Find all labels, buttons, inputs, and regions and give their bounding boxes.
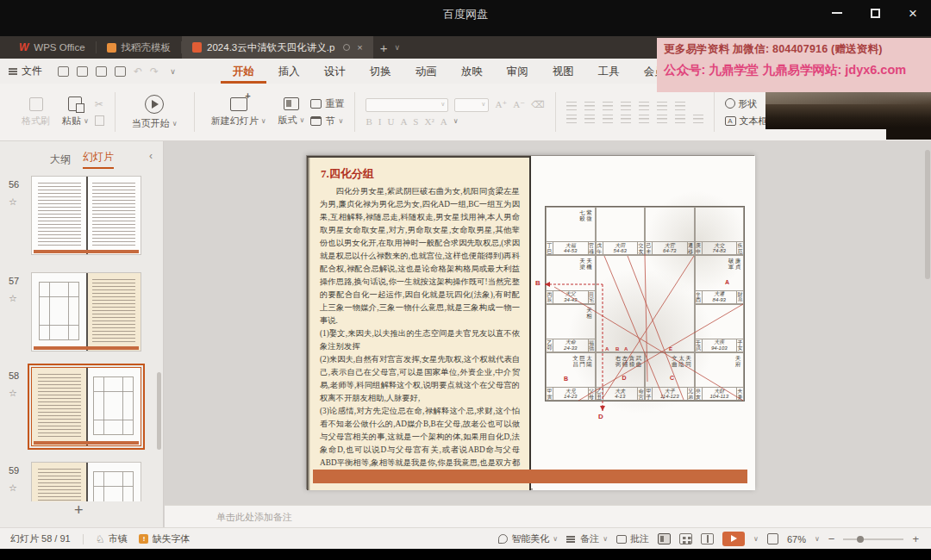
zoom-chevron-icon[interactable]: ∨ <box>815 535 820 543</box>
palace-cell-xu: 壬戌大疾94-103子女 <box>695 304 745 352</box>
menu-tools[interactable]: 工具 <box>586 59 632 84</box>
decrease-font-button[interactable]: A⁻ <box>513 99 525 110</box>
notes-button[interactable]: 备注∨ <box>566 532 608 545</box>
missing-font-warning[interactable]: ! 缺失字体 <box>139 532 190 545</box>
cut-icon[interactable]: ✂ <box>95 98 104 110</box>
reset-button[interactable]: 重置 <box>310 97 344 110</box>
slide-thumbnail-59[interactable] <box>31 462 141 501</box>
menu-view[interactable]: 视图 <box>540 59 586 84</box>
char-spacing-button[interactable]: A <box>400 116 407 127</box>
notes-bar[interactable]: 单击此处添加备注 <box>165 505 931 527</box>
collapse-panel-icon[interactable]: ‹ <box>149 150 153 162</box>
theme-indicator[interactable]: ♘ 市镇 <box>96 532 128 545</box>
format-painter-button[interactable]: 格式刷 <box>16 97 56 128</box>
bold-button[interactable]: B <box>366 116 372 127</box>
print-preview-icon[interactable] <box>115 66 126 77</box>
zoom-out-button[interactable]: − <box>828 532 835 545</box>
minimize-button[interactable] <box>829 5 845 21</box>
line-spacing-icon[interactable] <box>657 102 667 110</box>
justify-icon[interactable] <box>621 115 631 123</box>
menu-design[interactable]: 设计 <box>312 59 358 84</box>
menu-insert[interactable]: 插入 <box>266 59 312 84</box>
export-icon[interactable] <box>77 66 88 77</box>
tab-docer[interactable]: 找稻壳模板 <box>97 36 182 59</box>
align-center-icon[interactable] <box>584 115 595 123</box>
normal-view-button[interactable] <box>658 533 671 544</box>
font-size-combobox[interactable] <box>454 98 489 112</box>
superscript-button[interactable]: X² <box>424 116 434 127</box>
fit-slide-icon[interactable] <box>767 533 778 544</box>
menu-slideshow[interactable]: 放映 <box>449 59 495 84</box>
tab-wps-home[interactable]: W WPS Office <box>9 36 96 59</box>
paragraph-layout-icon[interactable] <box>693 115 703 123</box>
slide-thumbnail-58-selected[interactable] <box>31 367 141 446</box>
tab-close-icon[interactable]: × <box>357 42 362 53</box>
tab-list-chevron-icon[interactable]: ∨ <box>395 36 406 59</box>
distribute-icon[interactable] <box>639 115 649 123</box>
menu-transition[interactable]: 切换 <box>358 59 403 84</box>
add-slide-button[interactable]: + <box>74 501 84 520</box>
print-icon[interactable] <box>96 66 107 77</box>
smart-beautify-button[interactable]: 智能美化∨ <box>498 532 558 545</box>
columns-icon[interactable] <box>675 102 685 110</box>
decrease-indent-icon[interactable] <box>603 102 613 110</box>
sidebar-scrollbar[interactable] <box>157 372 161 450</box>
strikethrough-button[interactable]: S <box>413 116 418 127</box>
new-slide-button[interactable]: 新建幻灯片∨ <box>205 97 272 128</box>
favorite-star-icon[interactable]: ☆ <box>9 293 31 304</box>
slide-58-content[interactable]: 7.四化分组 四化分男女星,紫武阴巨破右曲为女,机阳同贪梁左星为男,廉贞化禄为男… <box>306 155 754 489</box>
zoom-slider[interactable] <box>843 538 903 540</box>
slide-thumbnail-57[interactable] <box>31 272 141 352</box>
section-button[interactable]: 节∨ <box>310 115 344 128</box>
play-from-current-button[interactable]: 当页开始∨ <box>126 95 184 130</box>
new-tab-button[interactable]: + <box>373 36 395 59</box>
menu-animation[interactable]: 动画 <box>403 59 449 84</box>
sihua-letter-A: A <box>725 279 729 285</box>
increase-font-button[interactable]: A⁺ <box>495 99 507 110</box>
text-direction-icon[interactable] <box>639 102 649 110</box>
menu-review[interactable]: 审阅 <box>495 59 540 84</box>
paragraph-more-icon[interactable] <box>675 115 685 123</box>
qat-chevron-icon[interactable]: ∨ <box>170 67 176 76</box>
favorite-star-icon[interactable]: ☆ <box>9 196 31 208</box>
maximize-button[interactable] <box>867 5 883 21</box>
shapes-icon <box>725 98 735 109</box>
slide-sorter-view-button[interactable] <box>679 533 692 544</box>
copy-icon[interactable] <box>95 115 104 126</box>
align-right-icon[interactable] <box>603 115 613 123</box>
bullets-icon[interactable] <box>566 102 577 110</box>
underline-button[interactable]: U <box>387 116 394 127</box>
increase-indent-icon[interactable] <box>621 102 631 110</box>
font-name-combobox[interactable] <box>366 98 448 112</box>
comments-button[interactable]: 批注 <box>616 532 649 545</box>
tab-document[interactable]: 2024.3云中清钦天四化讲义.p × <box>182 36 373 59</box>
player-titlebar: 百度网盘 × <box>0 0 931 36</box>
tab-outline[interactable]: 大纲 <box>50 152 71 167</box>
favorite-star-icon[interactable]: ☆ <box>9 388 31 399</box>
numbering-icon[interactable] <box>584 102 595 110</box>
slideshow-play-button[interactable] <box>722 532 745 546</box>
layout-button[interactable]: 版式∨ <box>272 97 311 127</box>
star-name: 貪狼 <box>628 355 635 367</box>
play-options-chevron-icon[interactable]: ∨ <box>753 535 759 543</box>
reading-view-button[interactable] <box>701 533 714 544</box>
canvas-scrollbar[interactable] <box>925 150 930 279</box>
zoom-in-button[interactable]: + <box>912 532 919 545</box>
slide-thumbnail-56[interactable] <box>31 176 141 255</box>
undo-icon[interactable]: ↶ <box>134 65 142 78</box>
favorite-star-icon[interactable]: ☆ <box>9 482 31 494</box>
slide-number: 56 <box>9 179 19 190</box>
smartart-icon[interactable] <box>657 115 667 123</box>
save-icon[interactable] <box>58 66 69 77</box>
file-menu[interactable]: 文件 <box>0 64 51 78</box>
italic-button[interactable]: I <box>378 116 382 127</box>
align-left-icon[interactable] <box>566 115 577 123</box>
tab-slides[interactable]: 幻灯片 <box>83 150 114 169</box>
paste-button[interactable]: 粘贴∨ <box>56 96 95 128</box>
font-color-button[interactable]: A <box>441 116 447 127</box>
redo-icon[interactable]: ↷ <box>150 65 159 78</box>
clear-format-icon[interactable]: ⌫ <box>531 99 545 110</box>
close-button[interactable]: × <box>905 5 921 21</box>
zoom-slider-knob[interactable] <box>857 536 864 543</box>
menu-home[interactable]: 开始 <box>221 59 266 84</box>
